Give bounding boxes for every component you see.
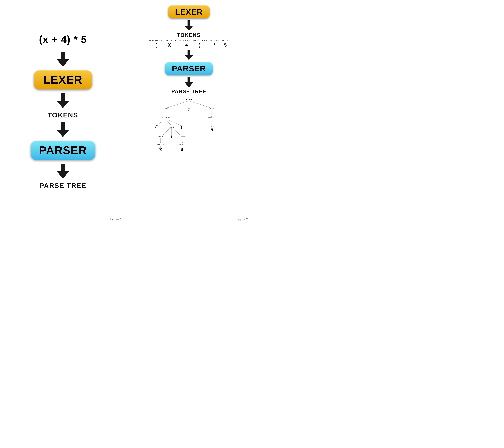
right-parse-tree-label: PARSE TREE [171,89,206,95]
tree-container: EXPR TERM * TERM FACTOR FACTOR ( EXPR ) [127,96,250,155]
tree-node-factor3: FACTOR [157,143,164,145]
right-tokens-label: TOKENS [177,32,201,38]
figure-1-label: Figure 1 [110,217,122,221]
arrow-expr-to-lexer [57,52,69,67]
svg-line-2 [190,101,210,107]
tree-node-term1: TERM [163,107,168,109]
token-type: PARENTHESIS [192,39,207,41]
token-underline [212,42,217,42]
tree-node-term4: TERM [180,136,185,138]
token-item: VALUE5 [222,39,229,48]
tokens-label: TOKENS [48,111,78,119]
right-lexer-button[interactable]: LEXER [168,5,210,18]
token-type: PARENTHESIS [149,39,163,41]
tree-node-expr2: EXPR [169,127,174,129]
token-underline [223,42,228,42]
token-underline [184,42,189,42]
arrow-right-tokens-to-parser [185,50,193,60]
parse-tree-section: PARSE TREE [127,89,250,155]
tokens-row: PARENTHESIS(VALUEXPLUS+VALUE4PARENTHESIS… [149,39,229,48]
token-underline [167,42,172,42]
left-panel: (x + 4) * 5 LEXER TOKENS PARSER PARSE TR… [0,0,126,224]
tree-node-star: * [188,109,189,112]
svg-line-7 [168,120,181,125]
token-value: ) [199,42,200,48]
token-item: VALUE4 [183,39,190,48]
token-value: 5 [224,42,227,48]
token-type: VALUE [166,39,173,41]
right-parser-button[interactable]: PARSER [165,62,213,75]
token-item: PARENTHESIS) [192,39,207,48]
tree-node-term3: TERM [158,136,163,138]
expression: (x + 4) * 5 [39,34,87,45]
lexer-button[interactable]: LEXER [34,70,92,89]
token-item: PARENTHESIS( [149,39,163,48]
arrow-right-parser-to-parsetree [185,77,193,87]
tree-node-factor2: FACTOR [208,117,215,119]
token-item: MULTIPLY* [210,39,219,48]
parse-tree-label: PARSE TREE [39,182,86,190]
tree-node-four: 4 [181,147,183,152]
tree-node-five: 5 [211,127,213,132]
arrow-tokens-to-parser [57,122,69,137]
tree-node-rparen: ) [181,125,182,129]
tree-node-x: X [159,147,162,152]
token-value: X [168,42,171,48]
token-type: VALUE [183,39,190,41]
tree-node-expr: EXPR [186,98,192,101]
token-item: PLUS+ [175,39,181,48]
svg-line-6 [166,120,171,125]
token-type: MULTIPLY [210,39,219,41]
arrow-lexer-to-tokens [57,93,69,108]
token-underline [197,42,202,42]
tree-node-factor1: FACTOR [162,117,170,119]
figure-2-label: Figure 2 [236,217,248,221]
svg-line-9 [163,128,170,135]
svg-line-11 [173,128,180,135]
token-value: + [177,42,179,48]
tree-node-plus: + [170,135,172,139]
tree-node-lparen: ( [155,125,157,129]
token-item: VALUEX [166,39,173,48]
token-type: PLUS [175,39,181,41]
parser-button[interactable]: PARSER [31,141,95,160]
svg-line-5 [157,120,164,125]
token-underline [175,42,181,42]
arrow-right-lexer-to-tokens [185,20,193,31]
tree-node-factor4: FACTOR [179,143,186,145]
token-value: * [214,42,215,48]
token-type: VALUE [222,39,229,41]
tree-node-term2: TERM [209,107,214,109]
svg-line-0 [168,101,188,107]
tokens-section: TOKENS PARENTHESIS(VALUEXPLUS+VALUE4PARE… [127,32,250,48]
token-underline [153,42,159,42]
right-panel: LEXER TOKENS PARENTHESIS(VALUEXPLUS+VALU… [126,0,252,224]
arrow-parser-to-parsetree [57,164,69,179]
token-value: 4 [185,42,188,48]
parse-tree-svg: EXPR TERM * TERM FACTOR FACTOR ( EXPR ) [127,96,250,155]
token-value: ( [155,42,157,48]
